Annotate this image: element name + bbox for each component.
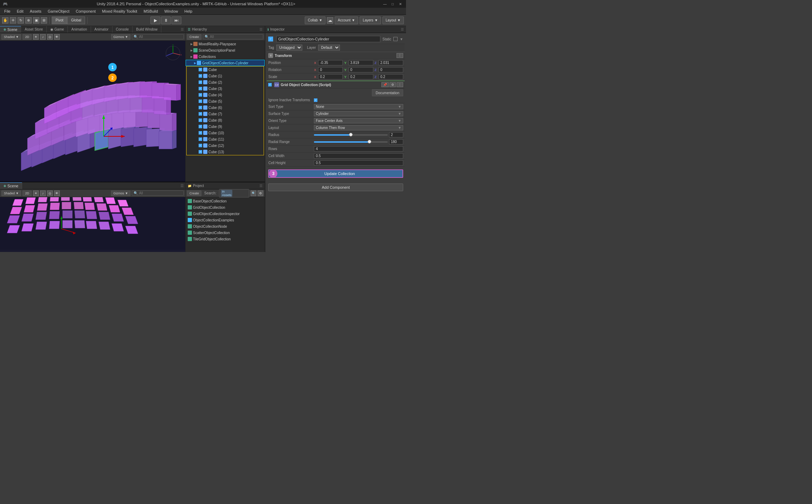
layout-button[interactable]: Layout ▼ (382, 17, 404, 24)
scene-search-input[interactable] (139, 35, 182, 39)
ignore-toggle[interactable]: ✓ (314, 98, 317, 102)
radius-slider[interactable] (314, 134, 388, 136)
project-search[interactable]: In Assets (219, 189, 249, 198)
menu-mixedreality[interactable]: Mixed Reality Toolkit (99, 9, 140, 14)
project-settings[interactable]: ⚙ (258, 190, 263, 196)
hierarchy-create[interactable]: Create (187, 34, 201, 40)
hier-scene-root[interactable]: ▶ MixedReality-Playspace (186, 41, 265, 47)
radial-range-input[interactable] (389, 139, 403, 144)
grid-script-toggle[interactable]: ✓ (268, 83, 272, 86)
grid-pin[interactable]: 📌 (381, 82, 389, 87)
pause-button[interactable]: ⏸ (161, 17, 171, 24)
bottom-effects[interactable]: ◎ (47, 190, 53, 196)
tab-console[interactable]: Console (112, 26, 133, 33)
hierarchy-search-input[interactable] (210, 35, 262, 39)
hier-cube-7[interactable]: ✓ Cube (7) (187, 111, 264, 117)
hier-cube4-check[interactable]: ✓ (199, 93, 202, 97)
hier-cube-0[interactable]: ✓ Cube (187, 66, 264, 73)
transform-tool[interactable]: ⊞ (41, 17, 47, 24)
layers-button[interactable]: Layers ▼ (360, 17, 381, 24)
add-component-button[interactable]: Add Component (268, 183, 403, 191)
inspector-menu[interactable]: ☰ (401, 27, 404, 31)
hier-scenedesc[interactable]: ▶ SceneDescriptionPanel (186, 47, 265, 53)
rot-z-input[interactable] (379, 67, 403, 72)
menu-component[interactable]: Component (73, 9, 98, 14)
inspector-content[interactable]: ✓ Static ▼ Tag Untagged Layer Default (265, 33, 406, 252)
hier-cube-11[interactable]: ✓ Cube (11) (187, 136, 264, 142)
step-button[interactable]: ⏭ (172, 17, 181, 24)
hier-cube11-check[interactable]: ✓ (199, 137, 202, 141)
hier-cube6-check[interactable]: ✓ (199, 106, 202, 109)
cloud-icon[interactable]: ☁ (327, 17, 333, 24)
close-button[interactable]: ✕ (398, 1, 403, 7)
rotate-tool[interactable]: ↻ (18, 17, 24, 24)
bottom-gizmos[interactable]: Gizmos ▼ (111, 190, 131, 196)
pos-z-input[interactable] (379, 60, 403, 65)
sort-type-dropdown[interactable]: None ▼ (314, 104, 403, 109)
scale-x-input[interactable] (318, 74, 343, 79)
tab-game[interactable]: ◉ Game (47, 26, 68, 33)
proj-node[interactable]: ObjectCollectionNode (186, 223, 264, 230)
tag-select[interactable]: Untagged (276, 45, 302, 51)
hier-cube-13[interactable]: ✓ Cube (13) (187, 149, 264, 155)
orient-type-dropdown[interactable]: Face Center Axis ▼ (314, 118, 403, 123)
pivot-button[interactable]: Pivot (52, 17, 67, 24)
hier-collections[interactable]: ▶ Collections (186, 53, 265, 60)
menu-window[interactable]: Window (161, 9, 181, 14)
hier-gridcylinder[interactable]: ▶ GridObjectCollection-Cylinder (186, 60, 265, 66)
hier-cube-10[interactable]: ✓ Cube (10) (187, 130, 264, 136)
hierarchy-search[interactable]: 🔍 (203, 34, 263, 39)
menu-assets[interactable]: Assets (27, 9, 44, 14)
bottom-light[interactable]: ☀ (33, 190, 39, 196)
hier-cube13-check[interactable]: ✓ (199, 150, 202, 154)
hier-cube9-check[interactable]: ✓ (199, 125, 202, 128)
proj-examples[interactable]: ObjectCollectionExamples (186, 217, 264, 223)
collab-button[interactable]: Collab ▼ (305, 17, 326, 24)
scale-y-input[interactable] (349, 74, 373, 79)
search-tag[interactable]: In Assets (221, 190, 232, 197)
tab-asset-store[interactable]: Asset Store (21, 26, 47, 33)
rot-x-input[interactable] (318, 67, 343, 72)
hierarchy-menu[interactable]: ☰ (259, 27, 263, 31)
rot-y-input[interactable] (349, 67, 373, 72)
grid-script-header[interactable]: ✓ C# Grid Object Collection (Script) 📌 ⚙… (267, 80, 405, 89)
bottom-panel-menu[interactable]: ☰ (179, 182, 185, 189)
global-button[interactable]: Global (67, 17, 85, 24)
play-button[interactable]: ▶ (150, 17, 160, 24)
scale-tool[interactable]: ⊕ (25, 17, 32, 24)
hier-cube-1[interactable]: ✓ Cube (1) (187, 73, 264, 79)
rows-input[interactable] (314, 146, 403, 151)
layer-select[interactable]: Default (318, 45, 340, 51)
pos-x-input[interactable] (318, 60, 343, 65)
project-menu[interactable]: ☰ (259, 184, 263, 188)
hier-cube-4[interactable]: ✓ Cube (4) (187, 92, 264, 98)
hier-cube-9[interactable]: ✓ Cube (9) (187, 123, 264, 130)
static-toggle[interactable] (393, 37, 398, 41)
shading-dropdown[interactable]: Shaded ▼ (1, 34, 21, 40)
tab-build-window[interactable]: Build Window (133, 26, 161, 33)
proj-tile[interactable]: TileGridObjectCollection (186, 236, 264, 242)
radius-input[interactable] (389, 132, 403, 137)
lighting-toggle[interactable]: ☀ (33, 34, 39, 40)
hier-cube0-check[interactable]: ✓ (199, 68, 202, 71)
menu-file[interactable]: File (1, 9, 13, 14)
hand-tool[interactable]: ✋ (2, 17, 8, 24)
bottom-tab-scene[interactable]: ⊕ Scene (0, 182, 22, 189)
move-tool[interactable]: ✛ (10, 17, 16, 24)
scene-panel-menu[interactable]: ☰ (179, 26, 185, 33)
hier-cube-8[interactable]: ✓ Cube (8) (187, 117, 264, 123)
pos-y-input[interactable] (349, 60, 373, 65)
menu-help[interactable]: Help (182, 9, 195, 14)
bottom-search-input[interactable] (139, 191, 182, 195)
scene-search[interactable]: 🔍 (132, 34, 184, 39)
project-search-input[interactable] (233, 191, 247, 195)
hier-cube1-check[interactable]: ✓ (199, 74, 202, 78)
gameobject-active-toggle[interactable]: ✓ (268, 37, 273, 41)
transform-more[interactable]: ⋮ (397, 53, 403, 58)
tab-animator[interactable]: Animator (91, 26, 112, 33)
project-search-btn[interactable]: 🔍 (251, 190, 256, 196)
hier-cube-5[interactable]: ✓ Cube (5) (187, 98, 264, 104)
account-button[interactable]: Account ▼ (335, 17, 358, 24)
bottom-shading[interactable]: Shaded ▼ (1, 190, 21, 196)
scene-view[interactable]: < Persp 1 2 Y (0, 41, 185, 182)
